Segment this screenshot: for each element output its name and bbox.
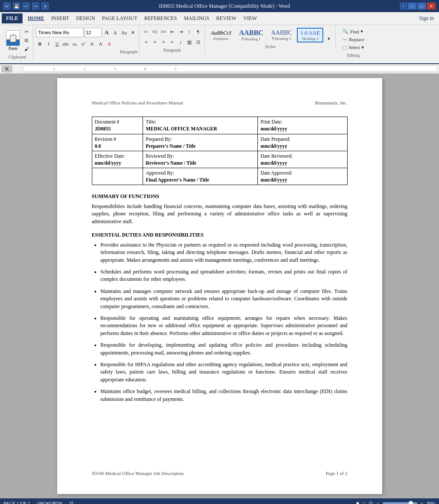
review-menu[interactable]: REVIEW xyxy=(213,13,240,23)
replace-button[interactable]: ↔ Replace xyxy=(341,36,366,43)
align-right-button[interactable]: ≡ xyxy=(159,38,167,46)
cut-button[interactable]: ✂ xyxy=(23,28,30,36)
replace-label: Replace xyxy=(349,37,364,42)
list-item: Responsible for HIPAA regulations and ot… xyxy=(101,361,348,384)
style-heading1[interactable]: AABBC ¶ Heading 1 xyxy=(236,28,267,42)
bullets-button[interactable]: ≡· xyxy=(142,28,150,36)
word-icon[interactable]: W xyxy=(3,3,10,10)
font-size-input[interactable] xyxy=(85,28,102,37)
file-menu[interactable]: FILE xyxy=(2,13,23,23)
zoom-slider[interactable] xyxy=(383,502,417,504)
style-emphasis[interactable]: AaBbCcI Emphasis xyxy=(208,28,234,42)
sign-in-link[interactable]: Sign in xyxy=(416,15,437,22)
save-icon[interactable]: 💾 xyxy=(13,3,20,10)
table-cell: Reviewed By: Reviewer's Name / Title xyxy=(143,151,258,168)
title-label: Title: xyxy=(146,118,255,125)
view-web-icon[interactable]: ⊡ xyxy=(369,501,373,504)
design-menu[interactable]: DESIGN xyxy=(72,13,98,23)
subscript-button[interactable]: x₂ xyxy=(71,40,78,48)
header-right: Bizmanualz, Inc. xyxy=(315,100,348,106)
title-value: MEDICAL OFFICE MANAGER xyxy=(146,125,255,132)
clear-format-button[interactable]: ✕ xyxy=(129,29,137,36)
select-button[interactable]: ⬚ Select ▾ xyxy=(341,44,366,51)
status-right: ■ □ ⊡ − + 90% xyxy=(356,501,436,504)
date-approved-value: mm/dd/yyyy xyxy=(260,176,344,183)
line-spacing-button[interactable]: ↕ xyxy=(177,38,185,46)
mailings-menu[interactable]: MAILINGS xyxy=(180,13,213,23)
document-page: Medical Office Policies and Procedures M… xyxy=(57,78,382,494)
style-emphasis-preview: AaBbCcI xyxy=(211,29,231,36)
zoom-thumb[interactable] xyxy=(409,501,413,504)
shading-button[interactable]: ▥ xyxy=(185,38,193,46)
style-heading2[interactable]: AABBC ¶ Heading 2 xyxy=(268,28,295,42)
highlight-button[interactable]: A xyxy=(97,40,104,48)
superscript-button[interactable]: x² xyxy=(79,40,87,48)
ruler-corner[interactable]: ⊞ xyxy=(2,65,12,72)
numbering-button[interactable]: ≡1 xyxy=(151,28,159,36)
zoom-minus-icon[interactable]: − xyxy=(376,501,379,504)
view-reading-icon[interactable]: □ xyxy=(363,501,366,504)
title-bar-title: JD0855 Medical Office Manager [Compatibi… xyxy=(49,3,400,10)
document-footer: JD160 Medical Office Manager Job Descrip… xyxy=(92,467,348,477)
home-menu[interactable]: HOME xyxy=(24,13,48,23)
close-button[interactable]: ✕ xyxy=(427,3,436,10)
find-icon: 🔍 xyxy=(342,29,348,34)
info-table: Document # JD0855 Title: MEDICAL OFFICE … xyxy=(92,117,348,185)
strikethrough-button[interactable]: abc xyxy=(62,40,70,48)
zoom-plus-icon[interactable]: + xyxy=(421,501,423,504)
customize-icon[interactable]: ▾ xyxy=(42,3,49,10)
border-button[interactable]: ⊡ xyxy=(194,38,202,46)
decrease-indent-button[interactable]: ⇤ xyxy=(168,28,176,36)
menu-bar: FILE HOME INSERT DESIGN PAGE LAYOUT REFE… xyxy=(0,12,439,25)
references-menu[interactable]: REFERENCES xyxy=(141,13,180,23)
prepared-label: Prepared By: xyxy=(146,136,255,143)
table-row: Document # JD0855 Title: MEDICAL OFFICE … xyxy=(92,117,347,134)
editing-group: 🔍 Find ▾ ↔ Replace ⬚ Select ▾ Editing xyxy=(336,26,371,59)
doc-number-value: JD0855 xyxy=(95,125,140,132)
view-normal-icon[interactable]: ■ xyxy=(356,501,359,504)
doc-number-label: Document # xyxy=(95,118,140,125)
view-menu[interactable]: VIEW xyxy=(240,13,260,23)
bold-button[interactable]: B xyxy=(36,40,44,48)
justify-button[interactable]: ≡ xyxy=(168,38,176,46)
underline-button[interactable]: U xyxy=(53,40,61,48)
font-color-button[interactable]: A xyxy=(105,40,113,48)
find-label: Find xyxy=(350,29,359,34)
font-name-input[interactable] xyxy=(36,28,84,37)
undo-icon[interactable]: ↩ xyxy=(23,3,29,10)
align-left-button[interactable]: ≡ xyxy=(142,38,150,46)
page-layout-menu[interactable]: PAGE LAYOUT xyxy=(98,13,140,23)
paragraph-content: ≡· ≡1 ≡≡ ⇤ ⇥ ↕ ¶ ≡ ≡ ≡ ≡ ↕ ▥ ⊡ xyxy=(141,27,203,47)
maximize-button[interactable]: □ xyxy=(417,3,426,10)
format-painter-button[interactable]: 🖌 xyxy=(23,45,30,53)
increase-indent-button[interactable]: ⇥ xyxy=(177,28,185,36)
svg-text:2: 2 xyxy=(84,67,85,71)
summary-text: Responsibilities include handling financ… xyxy=(92,203,348,225)
svg-text:5: 5 xyxy=(175,67,176,71)
show-marks-button[interactable]: ¶ xyxy=(194,28,202,36)
insert-menu[interactable]: INSERT xyxy=(48,13,72,23)
help-icon[interactable]: ? xyxy=(400,3,407,10)
print-date-value: mm/dd/yyyy xyxy=(260,125,344,132)
italic-button[interactable]: I xyxy=(45,40,52,48)
multilevel-button[interactable]: ≡≡ xyxy=(159,28,167,36)
date-prepared-label: Date Prepared: xyxy=(260,136,344,143)
redo-icon[interactable]: ↪ xyxy=(32,3,39,10)
paste-button[interactable]: 📋 Paste xyxy=(4,29,22,52)
minimize-button[interactable]: ─ xyxy=(408,3,416,10)
text-effects-button[interactable]: A xyxy=(88,40,96,48)
styles-more-button[interactable]: ▾ xyxy=(325,35,333,42)
font-shrink-button[interactable]: A xyxy=(111,29,119,36)
copy-button[interactable]: ⧉ xyxy=(23,36,30,44)
style-heading3[interactable]: 1.0 AAE Heading 3 xyxy=(297,28,324,42)
word-count: 588 WORDS xyxy=(37,501,62,504)
case-button[interactable]: Aa xyxy=(120,29,128,36)
font-content: A A Aa ✕ B I U abc x₂ x² A A A xyxy=(35,27,137,49)
sort-button[interactable]: ↕ xyxy=(185,28,193,36)
font-grow-button[interactable]: A xyxy=(103,29,111,36)
find-button[interactable]: 🔍 Find ▾ xyxy=(341,28,366,35)
title-bar: W 💾 ↩ ↪ ▾ JD0855 Medical Office Manager … xyxy=(0,0,439,12)
paragraph-label: Paragraph xyxy=(163,48,181,52)
center-button[interactable]: ≡ xyxy=(151,38,159,46)
list-item: Maintains office budget, oversees medica… xyxy=(101,388,348,403)
